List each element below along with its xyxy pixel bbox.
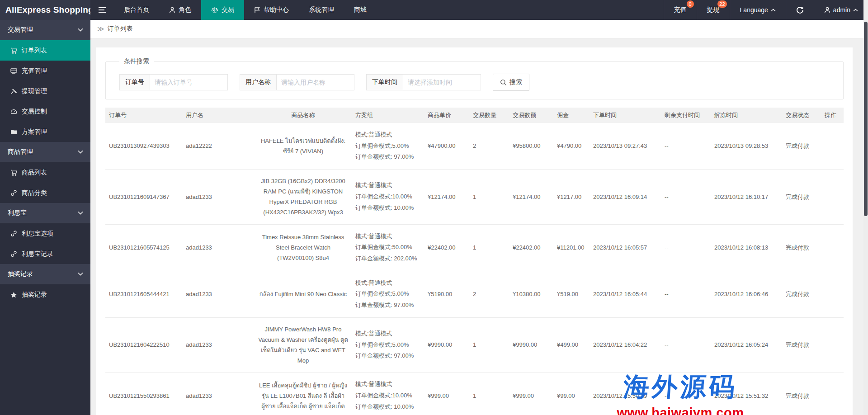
link-icon xyxy=(10,231,18,236)
table-row: UB2310121604222510adad1233 JIMMY PowerWa… xyxy=(105,317,844,373)
column-header-13: 操作 xyxy=(821,108,844,123)
sidebar-item-label: 充值管理 xyxy=(22,67,47,75)
sidebar-group-1[interactable]: 交易管理 xyxy=(0,20,90,40)
cell-order_no: UB2310121609147367 xyxy=(105,170,182,225)
sidebar-item-2-2[interactable]: 商品分类 xyxy=(0,183,90,203)
plan-line: 模式:普通模式 xyxy=(355,379,420,390)
search-button[interactable]: 搜索 xyxy=(493,74,529,91)
flag-icon xyxy=(254,7,260,13)
cell-quantity: 1 xyxy=(469,373,509,415)
card-icon xyxy=(10,68,18,74)
cell-plan: 模式:普通模式订单佣金模式:5.00%订单金额模式: 97.00% xyxy=(352,123,424,170)
cell-unfreeze_time: 2023/10/12 16:10:17 xyxy=(711,170,782,225)
nav-item-label: 交易 xyxy=(222,6,234,14)
cell-product: JIMMY PowerWash HW8 Pro Vacuum & Washer … xyxy=(255,317,352,373)
refresh-button[interactable] xyxy=(786,0,814,20)
sidebar-item-label: 利息宝选项 xyxy=(22,230,53,238)
column-header-8: 佣金 xyxy=(553,108,590,123)
sidebar-item-1-5[interactable]: 方案管理 xyxy=(0,122,90,142)
nav-item-label: 帮助中心 xyxy=(264,6,289,14)
cell-status: 完成付款 xyxy=(782,170,821,225)
cell-amount: ¥12174.00 xyxy=(509,170,553,225)
cell-order_no: UB2310121604222510 xyxy=(105,317,182,373)
cell-actions xyxy=(821,373,844,415)
plan-line: 订单金额模式: 202.00% xyxy=(355,253,420,264)
cell-commission: ¥11201.00 xyxy=(553,224,590,271)
sidebar-item-3-2[interactable]: 利息宝记录 xyxy=(0,244,90,264)
nav-item-6[interactable]: 商城 xyxy=(344,0,377,20)
cell-plan: 模式:普通模式订单佣金模式:10.00%订单金额模式: 10.00% xyxy=(352,373,424,415)
plan-line: 订单金额模式: 97.00% xyxy=(355,151,420,163)
nav-item-2[interactable]: 角色 xyxy=(159,0,201,20)
cell-unfreeze_time: 2023/10/12 15:51:32 xyxy=(711,373,782,415)
nav-item-3[interactable]: 交易 xyxy=(201,0,244,20)
sidebar-item-4-1[interactable]: 抽奖记录 xyxy=(0,284,90,305)
nav-item-1[interactable]: 后台首页 xyxy=(114,0,159,20)
plan-line: 订单佣金模式:10.00% xyxy=(355,390,420,401)
cell-order_no: UB2310130927439303 xyxy=(105,123,182,170)
column-header-9: 下单时间 xyxy=(590,108,661,123)
sidebar-item-1-4[interactable]: 交易控制 xyxy=(0,101,90,122)
nav-item-5[interactable]: 系统管理 xyxy=(299,0,344,20)
user-icon xyxy=(824,7,830,13)
withdraw-button[interactable]: 提现 22 xyxy=(697,0,730,20)
search-input-3[interactable] xyxy=(403,74,481,90)
plan-line: 订单金额模式: 97.00% xyxy=(355,300,420,311)
scrollbar-thumb[interactable] xyxy=(864,22,868,216)
language-label: Language xyxy=(740,6,768,14)
sidebar-item-label: 提现管理 xyxy=(22,87,47,95)
cell-actions xyxy=(821,271,844,317)
column-header-3: 商品名称 xyxy=(255,108,352,123)
cell-order_no: UB2310121605444421 xyxy=(105,271,182,317)
search-input-2[interactable] xyxy=(277,74,354,90)
cell-actions xyxy=(821,170,844,225)
sidebar-item-3-1[interactable]: 利息宝选项 xyxy=(0,223,90,244)
sidebar-toggle-button[interactable] xyxy=(90,0,114,20)
column-header-11: 解冻时间 xyxy=(711,108,782,123)
admin-dropdown[interactable]: admin xyxy=(814,0,868,20)
cell-actions xyxy=(821,123,844,170)
cell-quantity: 1 xyxy=(469,224,509,271)
sidebar-item-1-1[interactable]: 订单列表 xyxy=(0,40,90,61)
chevron-down-icon xyxy=(78,28,83,32)
plan-line: 订单金额模式: 10.00% xyxy=(355,203,420,214)
sidebar-group-3[interactable]: 利息宝 xyxy=(0,203,90,223)
cell-unfreeze_time: 2023/10/12 16:06:46 xyxy=(711,271,782,317)
nav-item-4[interactable]: 帮助中心 xyxy=(244,0,299,20)
plan-line: 订单佣金模式:5.00% xyxy=(355,340,420,351)
sidebar-item-label: 商品分类 xyxy=(22,189,47,197)
sidebar-group-2[interactable]: 商品管理 xyxy=(0,142,90,162)
cell-amount: ¥95800.00 xyxy=(509,123,553,170)
plan-line: 模式:普通模式 xyxy=(355,180,420,191)
cell-order_time: 2023/10/12 16:04:22 xyxy=(590,317,661,373)
plan-line: 订单佣金模式:50.00% xyxy=(355,242,420,253)
sidebar: 交易管理订单列表充值管理提现管理交易控制方案管理商品管理商品列表商品分类利息宝利… xyxy=(0,20,90,415)
table-row: UB2310121550293861adad1233LEE เสื้อคลุมฮ… xyxy=(105,373,844,415)
cell-username: adad1233 xyxy=(182,317,255,373)
search-field-label: 订单号 xyxy=(119,74,150,90)
cell-remaining_pay_time: -- xyxy=(661,373,711,415)
search-input-1[interactable] xyxy=(150,74,228,90)
language-dropdown[interactable]: Language xyxy=(730,0,786,20)
cell-unit_price: ¥12174.00 xyxy=(424,170,469,225)
sidebar-group-4[interactable]: 抽奖记录 xyxy=(0,264,90,284)
cell-product: HAFELE ไมโครเวฟแบบติดตั้งฝัง: ซีรีย์ 7 (… xyxy=(255,123,352,170)
cell-username: adad1233 xyxy=(182,373,255,415)
sidebar-item-2-1[interactable]: 商品列表 xyxy=(0,162,90,183)
cell-order_no: UB2310121605574125 xyxy=(105,224,182,271)
cell-status: 完成付款 xyxy=(782,123,821,170)
column-header-6: 交易数量 xyxy=(469,108,509,123)
cell-status: 完成付款 xyxy=(782,271,821,317)
recharge-button[interactable]: 充值 0 xyxy=(664,0,697,20)
cell-actions xyxy=(821,224,844,271)
cell-unit_price: ¥9990.00 xyxy=(424,317,469,373)
sidebar-item-1-3[interactable]: 提现管理 xyxy=(0,81,90,101)
cell-order_no: UB2310121550293861 xyxy=(105,373,182,415)
sidebar-item-1-2[interactable]: 充值管理 xyxy=(0,61,90,81)
scales-icon xyxy=(211,7,218,13)
double-angle-right-icon: ≫ xyxy=(97,25,104,33)
cell-username: adad1233 xyxy=(182,224,255,271)
cell-username: adad1233 xyxy=(182,271,255,317)
cell-remaining_pay_time: -- xyxy=(661,123,711,170)
plan-line: 订单佣金模式:5.00% xyxy=(355,141,420,152)
